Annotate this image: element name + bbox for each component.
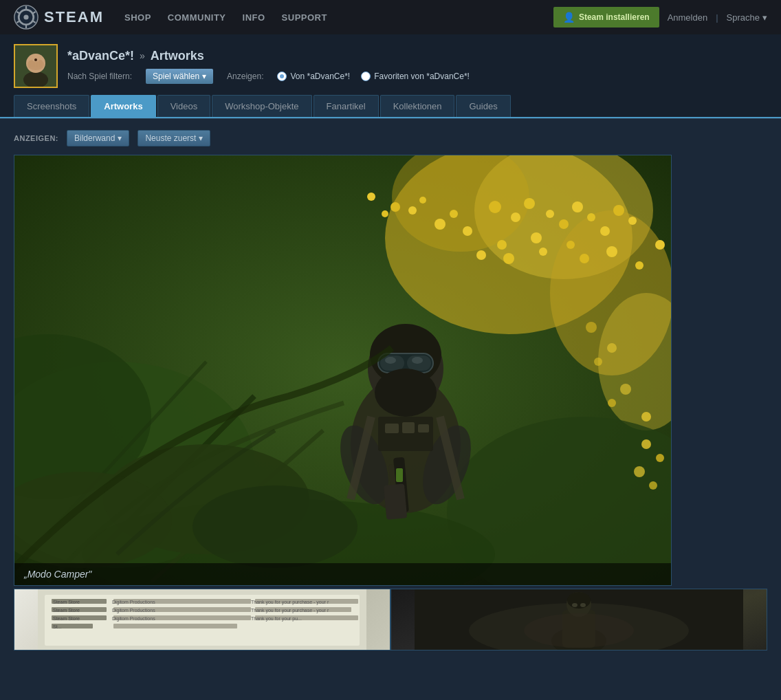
nav-info[interactable]: INFO [243, 12, 265, 23]
tab-fanartikel[interactable]: Fanartikel [314, 95, 379, 117]
svg-point-91 [594, 358, 602, 366]
svg-text:Digitom Productions: Digitom Productions [112, 600, 155, 605]
svg-point-87 [649, 481, 657, 490]
svg-point-48 [476, 250, 486, 260]
radio-fav-circle [361, 72, 371, 81]
thumbnail-row: Steam Store Steam Store Steam Store St..… [14, 589, 767, 650]
anzeigen-label: Anzeigen: [227, 72, 263, 81]
radio-own-circle [277, 72, 287, 81]
thumb-receipt-image: Steam Store Steam Store Steam Store St..… [14, 589, 390, 650]
topbar-left: STEAM SHOP COMMUNITY INFO SUPPORT [14, 5, 327, 30]
filter-label: Nach Spiel filtern: [67, 72, 132, 81]
thumb-character-image [391, 589, 767, 650]
svg-point-43 [613, 205, 624, 216]
view-mode-label: Bilderwand [74, 133, 115, 143]
svg-text:Steam Store: Steam Store [53, 616, 80, 621]
svg-point-40 [572, 201, 583, 212]
tab-screenshots[interactable]: Screenshots [14, 95, 89, 117]
sort-label: Neuste zuerst [145, 133, 196, 143]
nav-support[interactable]: SUPPORT [282, 12, 327, 23]
svg-rect-77 [384, 483, 407, 519]
artwork-svg [14, 155, 671, 585]
display-label: ANZEIGEN: [14, 134, 58, 142]
svg-point-90 [620, 384, 631, 395]
svg-rect-106 [113, 624, 237, 628]
svg-rect-13 [29, 61, 32, 67]
svg-point-72 [385, 357, 396, 364]
svg-text:Digitom Productions: Digitom Productions [112, 608, 155, 613]
tab-fanartikel-label: Fanartikel [327, 101, 366, 111]
svg-point-88 [641, 412, 651, 422]
radio-own-label: Von *aDvanCe*! [290, 72, 350, 81]
svg-point-47 [566, 241, 575, 249]
svg-point-73 [412, 357, 423, 364]
svg-point-93 [586, 322, 597, 333]
svg-text:Digitom Productions: Digitom Productions [112, 616, 155, 622]
thumbnail-character[interactable] [390, 589, 767, 650]
nav-community[interactable]: COMMUNITY [168, 12, 226, 23]
svg-point-58 [367, 193, 375, 201]
login-link[interactable]: Anmelden [668, 12, 708, 23]
profile-info: *aDvanCe*! » Artworks Nach Spiel filtern… [67, 49, 767, 84]
svg-point-34 [463, 226, 472, 236]
svg-point-41 [587, 213, 595, 221]
install-button-label: Steam installieren [579, 12, 650, 22]
svg-point-86 [634, 466, 645, 477]
tab-videos[interactable]: Videos [157, 95, 211, 117]
svg-point-37 [524, 198, 535, 209]
tab-guides-label: Guides [469, 101, 497, 111]
profile-username[interactable]: *aDvanCe*! [67, 49, 134, 63]
svg-point-2 [23, 14, 28, 19]
svg-rect-66 [418, 424, 429, 433]
svg-point-122 [567, 592, 591, 609]
nav-links: SHOP COMMUNITY INFO SUPPORT [124, 12, 327, 23]
artwork-caption-text: „Modo Camper" [24, 569, 91, 580]
sub-header: *aDvanCe*! » Artworks Nach Spiel filtern… [0, 34, 781, 119]
language-label: Sprache [727, 12, 760, 23]
breadcrumb-page-title: Artworks [151, 49, 204, 63]
tab-screenshots-label: Screenshots [27, 101, 76, 111]
steam-wordmark: STEAM [44, 8, 104, 26]
svg-text:Thank you for your purchase - : Thank you for your purchase - your r [251, 608, 329, 613]
language-button[interactable]: Sprache ▾ [727, 12, 767, 23]
svg-point-45 [497, 240, 507, 250]
tab-workshop-label: Workshop-Objekte [225, 101, 298, 111]
steam-logo[interactable]: STEAM [14, 5, 104, 30]
tab-guides[interactable]: Guides [456, 95, 510, 117]
svg-point-56 [419, 197, 426, 204]
thumbnail-receipt[interactable]: Steam Store Steam Store Steam Store St..… [14, 589, 390, 650]
topbar: STEAM SHOP COMMUNITY INFO SUPPORT 👤 Stea… [0, 0, 781, 34]
svg-rect-78 [396, 468, 403, 482]
tab-kollektionen[interactable]: Kollektionen [380, 95, 455, 117]
tab-artworks-label: Artworks [104, 101, 142, 111]
svg-point-38 [546, 210, 554, 218]
svg-point-89 [608, 399, 616, 407]
profile-section: *aDvanCe*! » Artworks Nach Spiel filtern… [0, 34, 781, 95]
steam-logo-icon [14, 5, 38, 30]
chevron-down-icon: ▾ [199, 133, 203, 143]
sort-button[interactable]: Neuste zuerst ▾ [138, 130, 210, 146]
tab-videos-label: Videos [170, 101, 198, 111]
download-icon: 👤 [563, 12, 575, 23]
display-controls: ANZEIGEN: Bilderwand ▾ Neuste zuerst ▾ [14, 130, 767, 146]
game-filter-button[interactable]: Spiel wählen ▾ [146, 69, 213, 84]
artwork-caption: „Modo Camper" [14, 563, 671, 585]
main-artwork[interactable]: „Modo Camper" [14, 155, 672, 586]
svg-text:Thank you for your pu...: Thank you for your pu... [251, 616, 302, 622]
radio-own-works[interactable]: Von *aDvanCe*! [277, 72, 350, 81]
chevron-down-icon: ▾ [762, 12, 767, 23]
svg-point-18 [34, 58, 37, 61]
nav-shop[interactable]: SHOP [124, 12, 151, 23]
install-steam-button[interactable]: 👤 Steam installieren [553, 7, 659, 28]
svg-text:St...: St... [53, 624, 62, 629]
tab-artworks[interactable]: Artworks [91, 95, 155, 117]
svg-point-51 [580, 254, 589, 263]
tab-workshop[interactable]: Workshop-Objekte [212, 95, 311, 117]
view-mode-button[interactable]: Bilderwand ▾ [67, 130, 129, 146]
svg-point-52 [606, 246, 617, 257]
avatar[interactable] [14, 44, 58, 88]
svg-point-74 [375, 369, 437, 417]
topbar-right: 👤 Steam installieren Anmelden | Sprache … [553, 7, 767, 28]
radio-favorites[interactable]: Favoriten von *aDvanCe*! [361, 72, 470, 81]
svg-rect-63 [378, 417, 433, 451]
